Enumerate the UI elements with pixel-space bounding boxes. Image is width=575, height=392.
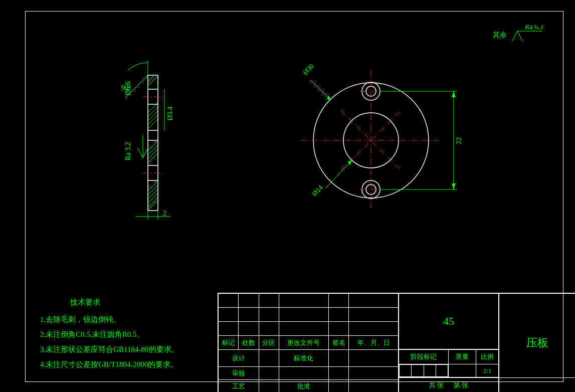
title-block: 标记 处数 分区 更改文件号 签名 年、月、日 设计 标准化 审核 工艺 批准	[218, 293, 575, 392]
cell-approve: 批准	[279, 380, 329, 393]
section-view: 90° Ø6.6 Ø3.4 2 Ra 3.2	[100, 60, 211, 231]
hdr-zone: 分区	[259, 336, 279, 350]
dim-spacing: 22	[455, 137, 463, 144]
svg-marker-49	[348, 160, 352, 165]
lbl-ratio: 比例	[476, 350, 499, 364]
svg-line-21	[148, 193, 157, 203]
surface-finish-rest: 其余 Ra 6.3	[493, 25, 545, 45]
hdr-date: 年、月、日	[349, 336, 399, 350]
front-view: Ø30 Ø14 22	[281, 60, 481, 226]
hdr-qty: 处数	[239, 336, 259, 350]
svg-line-12	[148, 115, 157, 124]
svg-line-18	[148, 181, 157, 190]
svg-line-14	[148, 141, 157, 150]
ra-side: Ra 3.2	[124, 142, 132, 160]
sf-symbol-icon: Ra 6.3	[510, 25, 545, 45]
svg-line-20	[148, 189, 157, 199]
svg-marker-54	[452, 183, 456, 189]
svg-line-10	[148, 107, 157, 116]
cell-check: 审核	[219, 367, 259, 380]
rest-label: 其余	[493, 31, 507, 40]
hdr-change: 更改文件号	[279, 336, 329, 350]
svg-line-16	[148, 149, 157, 158]
svg-line-19	[148, 185, 157, 194]
dim-thickness: 2	[163, 210, 166, 217]
notes-title: 技术要求	[70, 295, 179, 310]
note-4: 4.未注尺寸公差按GB/T1804-2000的要求。	[40, 357, 179, 372]
note-1: 1.去除毛刺，锐边倒钝。	[40, 312, 179, 327]
sheet-total: 共 张	[429, 381, 444, 390]
cell-process: 工艺	[219, 380, 259, 393]
dim-inner: Ø14	[311, 183, 325, 198]
hdr-mark: 标记	[219, 336, 239, 350]
dim-cbore: Ø3.4	[166, 106, 174, 120]
material: 45	[399, 293, 499, 349]
ra-text: Ra 6.3	[525, 25, 543, 31]
svg-line-15	[148, 145, 157, 154]
dim-outer: Ø30	[302, 62, 316, 76]
svg-line-48	[326, 160, 352, 188]
sheet-no: 第 张	[454, 381, 468, 390]
svg-line-13	[148, 119, 157, 128]
scale-value: 2:1	[476, 364, 499, 377]
note-3: 3.未注形状公差应符合GB1184-80的要求。	[40, 342, 179, 357]
note-2: 2.未注倒角C0.5,未注圆角R0.5。	[40, 327, 179, 342]
cell-design: 设计	[219, 350, 259, 367]
svg-line-17	[148, 153, 157, 162]
dim-bore: Ø6.6	[124, 81, 132, 95]
tech-requirements: 技术要求 1.去除毛刺，锐边倒钝。 2.未注倒角C0.5,未注圆角R0.5。 3…	[40, 295, 179, 372]
svg-marker-53	[452, 91, 456, 97]
svg-line-11	[148, 111, 157, 120]
lbl-stage: 阶段标记	[399, 350, 449, 364]
lbl-weight: 重量	[449, 350, 476, 364]
svg-marker-47	[327, 95, 331, 100]
svg-line-7	[148, 76, 157, 85]
cell-std: 标准化	[279, 350, 329, 367]
hdr-sign: 签名	[328, 336, 348, 350]
